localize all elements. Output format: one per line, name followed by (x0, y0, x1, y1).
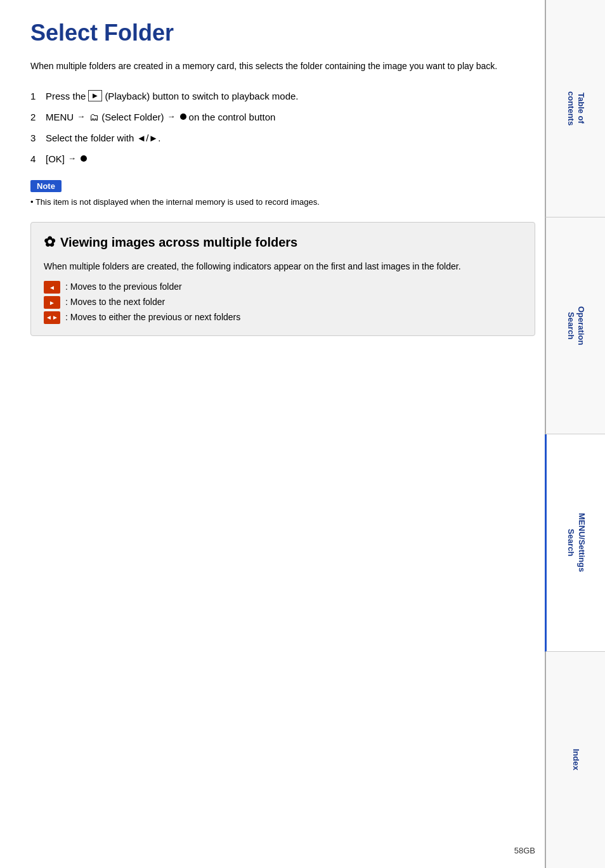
tip-item-prev-text: : Moves to the previous folder (65, 280, 182, 295)
sidebar-tab-toc[interactable]: Table ofcontents (545, 0, 605, 217)
tip-item-next-text: : Moves to the next folder (65, 295, 165, 310)
step-1-text1: Press the (46, 87, 86, 105)
note-text: • This item is not displayed when the in… (30, 196, 535, 209)
tip-item-next: ► : Moves to the next folder (44, 295, 522, 310)
tip-item-both-text: : Moves to either the previous or next f… (65, 310, 240, 325)
step-3-num: 3 (30, 129, 42, 146)
step-4-circle (81, 155, 87, 162)
step-3-text: Select the folder with ◄/►. (46, 129, 160, 146)
step-1-num: 1 (30, 87, 42, 105)
step-2-content: MENU → 🗂 (Select Folder) → on the contro… (46, 108, 275, 126)
intro-text: When multiple folders are created in a m… (30, 59, 535, 73)
step-4-num: 4 (30, 150, 42, 167)
step-2: 2 MENU → 🗂 (Select Folder) → on the cont… (30, 108, 535, 126)
step-4: 4 [OK] → (30, 150, 535, 167)
step-2-circle (180, 113, 186, 120)
step-2-menu: MENU (46, 108, 74, 126)
step-4-arrow: → (68, 151, 76, 165)
tip-item-both: ◄► : Moves to either the previous or nex… (44, 310, 522, 325)
steps-list: 1 Press the ▶ (Playback) button to switc… (30, 87, 535, 167)
page-title: Select Folder (30, 19, 535, 46)
step-2-text2: on the control button (189, 108, 276, 126)
step-2-num: 2 (30, 108, 42, 126)
both-folder-icon: ◄► (44, 311, 60, 324)
main-content: Select Folder When multiple folders are … (30, 0, 535, 374)
step-1-text2: (Playback) button to switch to playback … (105, 87, 298, 105)
page-number: 58GB (514, 846, 535, 855)
step-3: 3 Select the folder with ◄/►. (30, 129, 535, 146)
step-2-arrow2: → (167, 109, 176, 124)
sidebar-tab-operation[interactable]: OperationSearch (545, 217, 605, 435)
next-folder-icon: ► (44, 296, 60, 309)
step-1: 1 Press the ▶ (Playback) button to switc… (30, 87, 535, 105)
tip-box: ✿ Viewing images across multiple folders… (30, 222, 535, 336)
tip-body: When multiple folders are created, the f… (44, 259, 522, 273)
tip-title-text: Viewing images across multiple folders (60, 235, 297, 250)
sidebar-tab-menu-label: MENU/SettingsSearch (565, 513, 587, 572)
prev-folder-icon: ◄ (44, 281, 60, 294)
step-2-arrow1: → (77, 109, 85, 124)
step-2-text1: (Select Folder) (101, 108, 164, 126)
step-3-content: Select the folder with ◄/►. (46, 129, 160, 146)
select-folder-icon: 🗂 (89, 108, 99, 126)
tip-icon: ✿ (44, 234, 55, 250)
sidebar-tab-index[interactable]: Index (545, 652, 605, 869)
tip-items: ◄ : Moves to the previous folder ► : Mov… (44, 280, 522, 325)
sidebar: Table ofcontents OperationSearch MENU/Se… (545, 0, 605, 868)
sidebar-tab-index-label: Index (570, 749, 581, 770)
sidebar-tab-operation-label: OperationSearch (565, 306, 587, 345)
tip-item-prev: ◄ : Moves to the previous folder (44, 280, 522, 295)
step-4-ok: [OK] (46, 150, 65, 167)
step-4-content: [OK] → (46, 150, 88, 167)
playback-button-icon: ▶ (88, 90, 102, 101)
step-1-content: Press the ▶ (Playback) button to switch … (46, 87, 299, 105)
tip-title: ✿ Viewing images across multiple folders (44, 234, 522, 250)
note-box: Note • This item is not displayed when t… (30, 180, 535, 209)
sidebar-tab-toc-label: Table ofcontents (565, 91, 587, 126)
note-label: Note (30, 180, 62, 192)
sidebar-tab-menu[interactable]: MENU/SettingsSearch (545, 434, 605, 652)
